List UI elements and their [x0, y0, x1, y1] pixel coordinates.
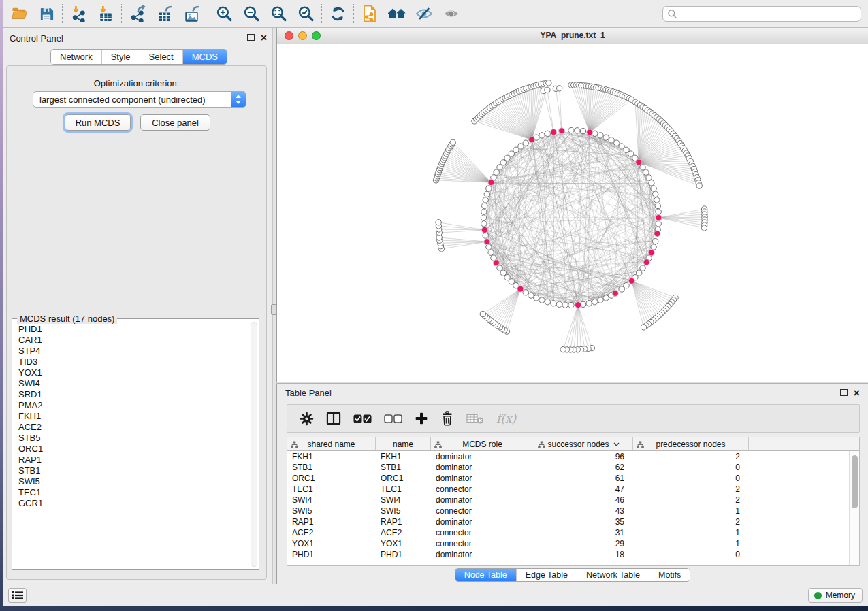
- table-tab-node-table[interactable]: Node Table: [455, 569, 516, 581]
- mcds-result-item[interactable]: SWI4: [13, 378, 249, 389]
- table-scrollbar-thumb[interactable]: [852, 455, 858, 508]
- table-cell[interactable]: TEC1: [287, 484, 376, 495]
- mcds-result-item[interactable]: PHD1: [13, 324, 249, 335]
- graph-node[interactable]: [655, 203, 660, 208]
- table-cell[interactable]: SWI4: [376, 495, 431, 506]
- mcds-result-item[interactable]: ACE2: [13, 422, 249, 433]
- import-table-button[interactable]: [92, 3, 119, 24]
- graph-node[interactable]: [649, 180, 654, 186]
- table-cell[interactable]: RAP1: [376, 516, 431, 527]
- table-tab-motifs[interactable]: Motifs: [649, 569, 690, 581]
- graph-node[interactable]: [656, 221, 661, 227]
- table-cell[interactable]: 2: [633, 484, 749, 495]
- graph-node[interactable]: [641, 325, 646, 330]
- graph-node[interactable]: [546, 80, 551, 86]
- deselect-all-button[interactable]: [384, 414, 402, 423]
- mcds-result-item[interactable]: PMA2: [13, 400, 249, 411]
- mcds-result-item[interactable]: ORC1: [13, 444, 249, 455]
- table-cell[interactable]: connector: [431, 538, 534, 549]
- table-cell[interactable]: SWI4: [287, 495, 376, 506]
- table-cell[interactable]: 46: [534, 495, 633, 506]
- graph-node[interactable]: [651, 186, 656, 191]
- table-cell[interactable]: FKH1: [287, 451, 376, 462]
- table-cell[interactable]: dominator: [431, 451, 534, 462]
- mcds-result-item[interactable]: GCR1: [13, 498, 249, 509]
- table-cell[interactable]: FKH1: [376, 451, 431, 462]
- hide-selected-button[interactable]: [411, 3, 438, 24]
- table-cell[interactable]: connector: [431, 484, 534, 495]
- table-cell[interactable]: YOX1: [376, 538, 431, 549]
- table-cell[interactable]: 1: [633, 506, 749, 516]
- mcds-result-item[interactable]: FKH1: [13, 411, 249, 422]
- zoom-selected-button[interactable]: [292, 3, 319, 24]
- table-cell[interactable]: 62: [534, 462, 633, 473]
- graph-node[interactable]: [545, 131, 550, 136]
- graph-node[interactable]: [556, 301, 562, 307]
- graph-node[interactable]: [534, 295, 539, 301]
- table-cell[interactable]: TEC1: [376, 484, 431, 495]
- mcds-result-item[interactable]: YOX1: [13, 367, 249, 378]
- table-cell[interactable]: connector: [431, 506, 534, 516]
- graph-node[interactable]: [523, 140, 528, 146]
- open-file-button[interactable]: [5, 3, 33, 24]
- graph-hub-node[interactable]: [517, 286, 524, 292]
- graph-hub-node[interactable]: [493, 260, 499, 266]
- table-cell[interactable]: 43: [534, 506, 633, 516]
- graph-node[interactable]: [653, 239, 658, 244]
- table-cell[interactable]: ORC1: [376, 473, 431, 484]
- network-from-selection-button[interactable]: [356, 3, 383, 24]
- graph-node[interactable]: [484, 191, 489, 197]
- zoom-in-button[interactable]: [210, 3, 238, 24]
- table-row[interactable]: ACE2ACE2connector311: [287, 527, 849, 538]
- graph-node[interactable]: [560, 346, 566, 352]
- graph-node[interactable]: [450, 139, 455, 145]
- table-cell[interactable]: dominator: [431, 462, 534, 473]
- task-history-button[interactable]: [8, 588, 27, 603]
- mcds-result-item[interactable]: STB1: [13, 465, 249, 476]
- graph-hub-node[interactable]: [656, 215, 662, 221]
- graph-node[interactable]: [696, 183, 702, 188]
- graph-node[interactable]: [598, 297, 603, 303]
- float-panel-button[interactable]: [247, 34, 255, 41]
- table-cell[interactable]: dominator: [431, 473, 534, 484]
- column-header-successor-nodes[interactable]: successor nodes: [534, 437, 633, 450]
- table-row[interactable]: FKH1FKH1dominator962: [287, 451, 849, 462]
- table-row[interactable]: YOX1YOX1connector291: [287, 538, 849, 549]
- graph-hub-node[interactable]: [559, 128, 565, 134]
- graph-hub-node[interactable]: [587, 129, 593, 135]
- graph-node[interactable]: [568, 127, 574, 133]
- search-input[interactable]: [662, 6, 861, 22]
- mcds-result-item[interactable]: CAR1: [13, 335, 249, 346]
- table-scrollbar[interactable]: [849, 451, 859, 565]
- graph-hub-node[interactable]: [488, 180, 494, 186]
- table-row[interactable]: STB1STB1dominator620: [287, 462, 849, 473]
- table-cell[interactable]: ACE2: [287, 527, 376, 538]
- graph-node[interactable]: [643, 169, 649, 175]
- select-all-button[interactable]: [353, 414, 372, 423]
- graph-hub-node[interactable]: [551, 129, 557, 135]
- delete-table-button[interactable]: [466, 413, 484, 425]
- table-cell[interactable]: 61: [534, 473, 633, 484]
- graph-node[interactable]: [654, 197, 660, 203]
- table-cell[interactable]: ORC1: [287, 473, 376, 484]
- table-row[interactable]: RAP1RAP1dominator352: [287, 516, 849, 527]
- table-cell[interactable]: connector: [431, 527, 534, 538]
- graph-node[interactable]: [481, 221, 487, 227]
- close-mcds-panel-button[interactable]: Close panel: [140, 114, 210, 131]
- graph-node[interactable]: [436, 220, 441, 225]
- graph-hub-node[interactable]: [529, 137, 535, 143]
- table-cell[interactable]: 2: [633, 451, 749, 462]
- column-header-predecessor-nodes[interactable]: predecessor nodes: [633, 437, 749, 450]
- table-row[interactable]: ORC1ORC1dominator610: [287, 473, 849, 484]
- table-cell[interactable]: SWI5: [376, 506, 431, 516]
- table-cell[interactable]: 0: [633, 549, 749, 560]
- mcds-result-item[interactable]: STB5: [13, 433, 249, 444]
- network-title-bar[interactable]: YPA_prune.txt_1: [277, 28, 868, 44]
- refresh-layout-button[interactable]: [324, 3, 351, 24]
- float-table-panel-button[interactable]: [840, 389, 848, 396]
- table-cell[interactable]: 2: [633, 516, 749, 527]
- table-cell[interactable]: ACE2: [376, 527, 431, 538]
- table-row[interactable]: SWI5SWI5connector431: [287, 506, 849, 516]
- graph-node[interactable]: [483, 197, 488, 203]
- graph-node[interactable]: [482, 203, 487, 208]
